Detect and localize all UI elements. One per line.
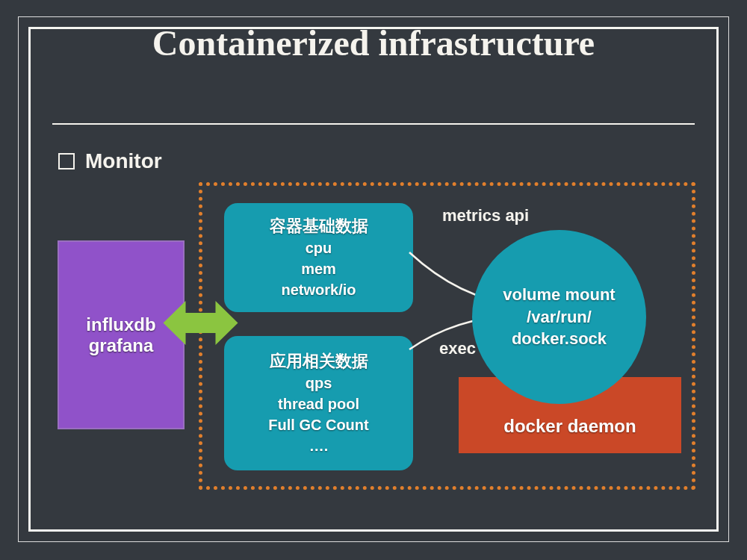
docker-daemon-label: docker daemon [503,416,636,437]
label-metrics-api: metrics api [442,206,529,225]
section-title: Monitor [85,149,162,173]
title-divider [52,123,695,125]
double-arrow-icon [163,295,238,351]
circle-line: docker.sock [512,328,607,350]
docker-sock-circle: volume mount /var/run/ docker.sock [472,230,646,404]
circle-line: volume mount [503,284,615,306]
svg-marker-0 [164,301,238,345]
circle-line: /var/run/ [527,306,592,329]
checkbox-icon [58,153,75,169]
datastore-line: influxdb [86,314,155,335]
label-exec: exec [439,339,476,358]
datastore-line: grafana [89,335,154,356]
section-header: Monitor [58,149,162,173]
